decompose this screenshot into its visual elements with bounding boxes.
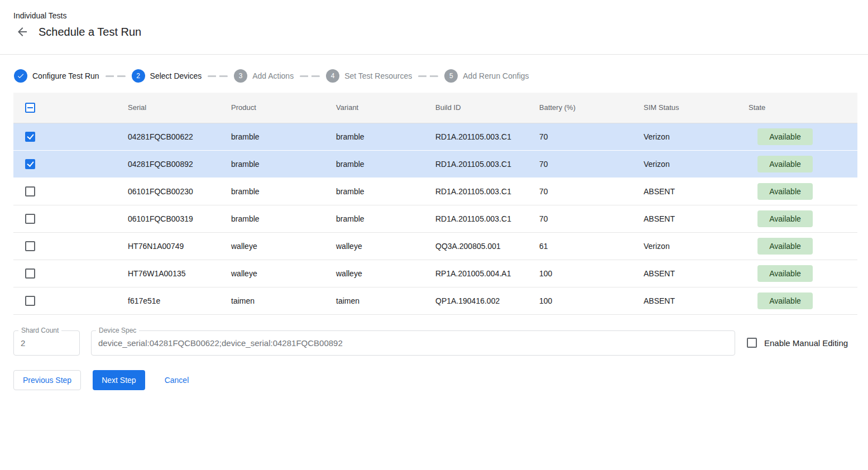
column-header-product: Product (231, 93, 336, 123)
row-checkbox[interactable] (25, 268, 35, 279)
state-badge: Available (757, 128, 813, 145)
action-buttons: Previous Step Next Step Cancel (13, 370, 855, 390)
device-spec-input[interactable] (92, 338, 735, 348)
step-connector (208, 75, 228, 77)
device-table: Serial Product Variant Build ID Battery … (13, 93, 855, 315)
variant-cell: bramble (336, 150, 435, 178)
breadcrumb: Individual Tests (13, 11, 855, 20)
step-select-devices[interactable]: 2 Select Devices (132, 69, 202, 83)
variant-cell: walleye (336, 232, 435, 260)
column-header-variant: Variant (336, 93, 435, 123)
row-checkbox[interactable] (25, 159, 35, 169)
serial-cell: 06101FQCB00230 (128, 178, 231, 205)
next-step-button[interactable]: Next Step (93, 370, 145, 390)
variant-cell: taimen (336, 287, 435, 314)
step-connector (418, 75, 438, 77)
step-add-rerun-configs[interactable]: 5 Add Rerun Configs (444, 69, 529, 83)
build-id-cell: QP1A.190416.002 (435, 287, 539, 314)
state-badge: Available (757, 292, 813, 309)
device-row[interactable]: 04281FQCB00622 bramble bramble RD1A.2011… (13, 123, 857, 150)
shard-count-label: Shard Count (18, 327, 61, 334)
sim-status-cell: ABSENT (644, 205, 749, 232)
column-header-sim-status: SIM Status (644, 93, 749, 123)
shard-count-input[interactable] (14, 338, 79, 348)
previous-step-button[interactable]: Previous Step (13, 370, 81, 390)
shard-and-spec-row: Shard Count Device Spec Enable Manual Ed… (13, 330, 855, 356)
build-id-cell: RD1A.201105.003.C1 (435, 205, 539, 232)
product-cell: bramble (231, 150, 336, 178)
battery-cell: 61 (539, 232, 644, 260)
device-row[interactable]: 06101FQCB00230 bramble bramble RD1A.2011… (13, 178, 857, 205)
serial-cell: 04281FQCB00892 (128, 150, 231, 178)
column-header-battery: Battery (%) (539, 93, 644, 123)
device-row[interactable]: HT76N1A00749 walleye walleye QQ3A.200805… (13, 232, 857, 260)
device-row[interactable]: HT76W1A00135 walleye walleye RP1A.201005… (13, 260, 857, 287)
step-number: 2 (132, 69, 145, 83)
step-label: Set Test Resources (344, 71, 412, 80)
stepper: Configure Test Run 2 Select Devices 3 Ad… (13, 69, 855, 83)
battery-cell: 70 (539, 205, 644, 232)
serial-cell: HT76N1A00749 (128, 232, 231, 260)
device-spec-field[interactable]: Device Spec (91, 330, 735, 356)
row-checkbox[interactable] (25, 132, 35, 142)
device-row[interactable]: 04281FQCB00892 bramble bramble RD1A.2011… (13, 150, 857, 178)
serial-cell: f617e51e (128, 287, 231, 314)
battery-cell: 70 (539, 123, 644, 150)
step-label: Configure Test Run (32, 71, 99, 80)
variant-cell: walleye (336, 260, 435, 287)
step-label: Add Rerun Configs (463, 71, 529, 80)
state-badge: Available (757, 156, 813, 172)
product-cell: bramble (231, 205, 336, 232)
state-badge: Available (757, 210, 813, 227)
device-row[interactable]: 06101FQCB00319 bramble bramble RD1A.2011… (13, 205, 857, 232)
sim-status-cell: ABSENT (644, 260, 749, 287)
enable-manual-editing-label: Enable Manual Editing (764, 338, 848, 348)
product-cell: walleye (231, 260, 336, 287)
arrow-back-icon (16, 25, 29, 39)
state-badge: Available (757, 183, 813, 200)
sim-status-cell: Verizon (644, 232, 749, 260)
enable-manual-editing[interactable]: Enable Manual Editing (747, 338, 848, 348)
cancel-button[interactable]: Cancel (156, 370, 198, 390)
column-header-serial: Serial (128, 93, 231, 123)
serial-cell: 04281FQCB00622 (128, 123, 231, 150)
build-id-cell: RD1A.201105.003.C1 (435, 178, 539, 205)
step-number: 3 (234, 69, 247, 83)
row-checkbox[interactable] (25, 186, 35, 196)
battery-cell: 100 (539, 260, 644, 287)
enable-manual-editing-checkbox[interactable] (747, 338, 757, 348)
step-set-test-resources[interactable]: 4 Set Test Resources (326, 69, 412, 83)
page-title: Schedule a Test Run (39, 26, 141, 39)
variant-cell: bramble (336, 178, 435, 205)
step-number: 5 (444, 69, 458, 83)
step-label: Select Devices (150, 71, 202, 80)
sim-status-cell: ABSENT (644, 178, 749, 205)
sim-status-cell: Verizon (644, 150, 749, 178)
shard-count-field[interactable]: Shard Count (13, 330, 80, 356)
row-checkbox[interactable] (25, 214, 35, 224)
row-checkbox[interactable] (25, 241, 35, 251)
serial-cell: HT76W1A00135 (128, 260, 231, 287)
step-number: 4 (326, 69, 339, 83)
step-configure-test-run[interactable]: Configure Test Run (14, 69, 99, 83)
device-row[interactable]: f617e51e taimen taimen QP1A.190416.002 1… (13, 287, 857, 314)
check-icon (17, 72, 25, 80)
sim-status-cell: Verizon (644, 123, 749, 150)
variant-cell: bramble (336, 205, 435, 232)
battery-cell: 70 (539, 150, 644, 178)
step-label: Add Actions (252, 71, 294, 80)
select-all-checkbox[interactable] (25, 103, 35, 113)
column-header-state: State (749, 93, 857, 123)
column-header-build-id: Build ID (435, 93, 539, 123)
step-connector (300, 75, 320, 77)
device-spec-label: Device Spec (96, 327, 139, 334)
table-header-row: Serial Product Variant Build ID Battery … (13, 93, 857, 123)
row-checkbox[interactable] (25, 296, 35, 306)
build-id-cell: QQ3A.200805.001 (435, 232, 539, 260)
sim-status-cell: ABSENT (644, 287, 749, 314)
step-add-actions[interactable]: 3 Add Actions (234, 69, 294, 83)
product-cell: bramble (231, 178, 336, 205)
state-badge: Available (757, 265, 813, 282)
product-cell: bramble (231, 123, 336, 150)
back-button[interactable] (16, 25, 29, 39)
